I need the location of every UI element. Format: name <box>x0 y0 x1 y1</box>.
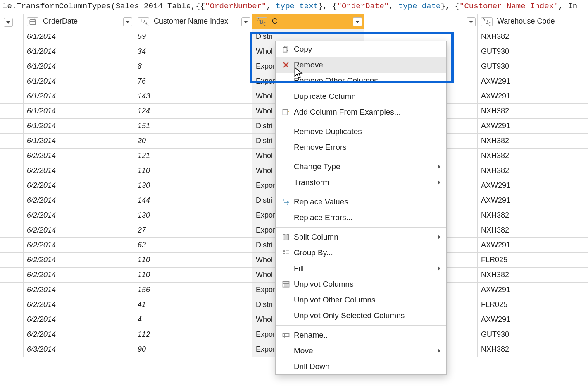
cell-warehouse[interactable]: NXH382 <box>478 208 588 223</box>
cell-custindex[interactable]: 143 <box>134 89 252 104</box>
filter-button[interactable] <box>467 17 476 26</box>
cell-warehouse[interactable]: NXH382 <box>478 149 588 163</box>
cell-custindex[interactable]: 63 <box>134 238 252 253</box>
cell-orderdate[interactable]: 6/2/2014 <box>24 268 134 283</box>
cell-orderdate[interactable]: 6/2/2014 <box>24 149 134 163</box>
cell-warehouse[interactable]: AXW291 <box>478 283 588 297</box>
menu-fill[interactable]: Fill <box>276 261 446 276</box>
cell-custindex[interactable]: 41 <box>134 297 252 312</box>
cell-custindex[interactable]: 156 <box>134 283 252 297</box>
cell-custindex[interactable]: 110 <box>134 253 252 268</box>
menu-copy[interactable]: Copy <box>276 41 446 57</box>
filter-button[interactable] <box>4 18 13 27</box>
menu-unpivot-other-columns[interactable]: Unpivot Other Columns <box>276 292 446 308</box>
cell-custindex[interactable]: 130 <box>134 178 252 193</box>
cell-warehouse[interactable]: GUT930 <box>478 327 588 342</box>
column-header-warehouse[interactable]: ABC Warehouse Code <box>478 14 588 29</box>
menu-replace-errors[interactable]: Replace Errors... <box>276 210 446 225</box>
cell-custindex[interactable]: 76 <box>134 74 252 89</box>
cell-custindex[interactable]: 4 <box>134 312 252 327</box>
menu-remove[interactable]: Remove <box>276 57 446 73</box>
cell-warehouse[interactable]: AXW291 <box>478 119 588 134</box>
cell-orderdate[interactable]: 6/1/2014 <box>24 134 134 149</box>
cell-orderdate[interactable]: 6/3/2014 <box>24 342 134 357</box>
cell-custindex[interactable]: 34 <box>134 44 252 59</box>
cell-orderdate[interactable]: 6/2/2014 <box>24 163 134 178</box>
column-header-currency[interactable] <box>364 14 478 29</box>
column-header-custindex[interactable]: 123 Customer Name Index <box>134 14 252 29</box>
menu-replace-values[interactable]: 12 Replace Values... <box>276 194 446 210</box>
cell-orderdate[interactable]: 6/2/2014 <box>24 223 134 238</box>
cell-warehouse[interactable]: NXH382 <box>478 163 588 178</box>
cell-custindex[interactable]: 59 <box>134 29 252 44</box>
menu-drill-down[interactable]: Drill Down <box>276 359 446 374</box>
cell-orderdate[interactable]: 6/1/2014 <box>24 89 134 104</box>
menu-duplicate-column[interactable]: Duplicate Column <box>276 89 446 104</box>
filter-button[interactable] <box>123 17 132 26</box>
cell-orderdate[interactable]: 6/2/2014 <box>24 238 134 253</box>
cell-orderdate[interactable]: 6/2/2014 <box>24 283 134 297</box>
cell-orderdate[interactable]: 6/1/2014 <box>24 74 134 89</box>
cell-orderdate[interactable]: 6/1/2014 <box>24 29 134 44</box>
cell-orderdate[interactable]: 6/1/2014 <box>24 119 134 134</box>
cell-custindex[interactable]: 112 <box>134 327 252 342</box>
menu-change-type[interactable]: Change Type <box>276 159 446 175</box>
menu-split-column[interactable]: Split Column <box>276 229 446 245</box>
cell-warehouse[interactable]: NXH382 <box>478 104 588 119</box>
column-header-stub[interactable] <box>0 14 24 29</box>
cell-custindex[interactable]: 144 <box>134 193 252 208</box>
cell-warehouse[interactable]: GUT930 <box>478 44 588 59</box>
menu-remove-duplicates[interactable]: Remove Duplicates <box>276 124 446 139</box>
cell-warehouse[interactable]: AXW291 <box>478 312 588 327</box>
cell-warehouse[interactable]: NXH382 <box>478 268 588 283</box>
cell-custindex[interactable]: 130 <box>134 208 252 223</box>
cell-warehouse[interactable]: FLR025 <box>478 253 588 268</box>
filter-button[interactable] <box>241 17 250 26</box>
column-header-orderdate[interactable]: OrderDate <box>24 14 134 29</box>
menu-unpivot-only-selected[interactable]: Unpivot Only Selected Columns <box>276 308 446 324</box>
cell-warehouse[interactable]: NXH382 <box>478 342 588 357</box>
menu-remove-errors[interactable]: Remove Errors <box>276 139 446 155</box>
cell-custindex[interactable]: 151 <box>134 119 252 134</box>
menu-unpivot-columns[interactable]: Unpivot Columns <box>276 276 446 292</box>
menu-transform[interactable]: Transform <box>276 175 446 190</box>
column-header-channel[interactable]: ABC C <box>252 14 364 29</box>
cell-warehouse[interactable]: AXW291 <box>478 193 588 208</box>
cell-custindex[interactable]: 8 <box>134 59 252 74</box>
cell-custindex[interactable]: 110 <box>134 268 252 283</box>
cell-orderdate[interactable]: 6/2/2014 <box>24 312 134 327</box>
cell-custindex[interactable]: 124 <box>134 104 252 119</box>
cell-orderdate[interactable]: 6/1/2014 <box>24 104 134 119</box>
menu-remove-other-columns[interactable]: Remove Other Columns <box>276 73 446 89</box>
cell-orderdate[interactable]: 6/2/2014 <box>24 297 134 312</box>
cell-orderdate[interactable]: 6/2/2014 <box>24 253 134 268</box>
menu-add-column-from-examples[interactable]: Add Column From Examples... <box>276 104 446 120</box>
cell-warehouse[interactable]: FLR025 <box>478 297 588 312</box>
menu-move[interactable]: Move <box>276 343 446 359</box>
cell-custindex[interactable]: 27 <box>134 223 252 238</box>
row-stub <box>0 163 24 178</box>
cell-warehouse[interactable]: GUT930 <box>478 59 588 74</box>
cell-warehouse[interactable]: AXW291 <box>478 238 588 253</box>
cell-orderdate[interactable]: 6/2/2014 <box>24 208 134 223</box>
cell-orderdate[interactable]: 6/1/2014 <box>24 44 134 59</box>
cell-warehouse[interactable]: NXH382 <box>478 134 588 149</box>
row-stub <box>0 208 24 223</box>
cell-orderdate[interactable]: 6/2/2014 <box>24 178 134 193</box>
cell-warehouse[interactable]: AXW291 <box>478 178 588 193</box>
cell-custindex[interactable]: 121 <box>134 149 252 163</box>
cell-custindex[interactable]: 20 <box>134 134 252 149</box>
cell-warehouse[interactable]: AXW291 <box>478 89 588 104</box>
cell-custindex[interactable]: 110 <box>134 163 252 178</box>
cell-warehouse[interactable]: NXH382 <box>478 29 588 44</box>
cell-orderdate[interactable]: 6/2/2014 <box>24 327 134 342</box>
menu-group-by[interactable]: Group By... <box>276 245 446 261</box>
filter-button[interactable] <box>353 17 362 26</box>
cell-orderdate[interactable]: 6/1/2014 <box>24 59 134 74</box>
cell-orderdate[interactable]: 6/2/2014 <box>24 193 134 208</box>
cell-warehouse[interactable]: AXW291 <box>478 74 588 89</box>
cell-warehouse[interactable]: NXH382 <box>478 223 588 238</box>
menu-rename[interactable]: Rename... <box>276 327 446 343</box>
formula-bar[interactable]: le.TransformColumnTypes(Sales_2014_Table… <box>0 0 588 14</box>
cell-custindex[interactable]: 90 <box>134 342 252 357</box>
